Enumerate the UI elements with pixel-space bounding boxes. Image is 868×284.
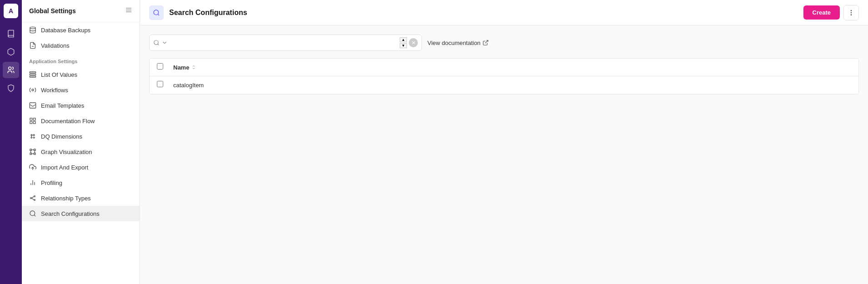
svg-point-43 bbox=[851, 12, 851, 13]
svg-rect-10 bbox=[30, 103, 35, 108]
icon-rail: A bbox=[0, 0, 22, 284]
data-table: Name catalogItem bbox=[149, 58, 859, 95]
search-bar-row: ▲ ▼ ✕ View documentation bbox=[149, 35, 859, 51]
svg-point-34 bbox=[34, 196, 35, 197]
table-row[interactable]: catalogItem bbox=[150, 76, 858, 94]
svg-line-47 bbox=[485, 40, 488, 43]
search-down-button[interactable]: ▼ bbox=[400, 43, 407, 48]
select-all-checkbox[interactable] bbox=[157, 63, 163, 70]
view-documentation-label: View documentation bbox=[427, 40, 481, 46]
svg-point-40 bbox=[154, 10, 159, 15]
svg-line-46 bbox=[158, 44, 159, 45]
search-clear-button[interactable]: ✕ bbox=[409, 38, 418, 47]
sidebar-item-graph-visualization[interactable]: Graph Visualization bbox=[22, 144, 140, 159]
sidebar: Global Settings Database Backups Validat… bbox=[22, 0, 140, 284]
svg-rect-14 bbox=[33, 121, 35, 124]
sidebar-item-relationship-types[interactable]: Relationship Types bbox=[22, 190, 140, 206]
header-icon-bg bbox=[149, 5, 164, 20]
sidebar-item-list-of-values-label: List Of Values bbox=[41, 71, 77, 78]
sidebar-item-workflows-label: Workflows bbox=[41, 87, 68, 94]
view-documentation-link[interactable]: View documentation bbox=[427, 40, 489, 46]
sidebar-item-profiling-label: Profiling bbox=[41, 179, 62, 186]
svg-point-18 bbox=[33, 137, 35, 138]
svg-rect-7 bbox=[30, 74, 35, 75]
table-col-name[interactable]: Name bbox=[173, 64, 196, 71]
table-header-row: Name bbox=[150, 59, 858, 76]
svg-point-17 bbox=[31, 137, 32, 138]
shield-icon[interactable] bbox=[3, 80, 19, 96]
sidebar-item-database-backups[interactable]: Database Backups bbox=[22, 22, 140, 38]
sidebar-menu-icon[interactable] bbox=[125, 6, 132, 15]
svg-point-33 bbox=[30, 198, 32, 199]
svg-line-36 bbox=[31, 197, 34, 198]
search-controls: ▲ ▼ bbox=[400, 37, 407, 48]
main-header: Search Configurations Create bbox=[140, 0, 868, 25]
page-title: Search Configurations bbox=[169, 9, 247, 17]
table-header-checkbox[interactable] bbox=[157, 63, 166, 71]
sidebar-item-search-configurations[interactable]: Search Configurations bbox=[22, 206, 140, 221]
svg-point-42 bbox=[851, 10, 851, 10]
sidebar-item-dq-dimensions[interactable]: DQ Dimensions bbox=[22, 129, 140, 144]
search-input[interactable] bbox=[170, 40, 398, 46]
svg-rect-11 bbox=[30, 118, 32, 120]
svg-rect-23 bbox=[30, 153, 31, 154]
sidebar-item-database-backups-label: Database Backups bbox=[41, 27, 90, 34]
sidebar-item-import-and-export[interactable]: Import And Export bbox=[22, 159, 140, 175]
sidebar-item-dq-dimensions-label: DQ Dimensions bbox=[41, 133, 82, 140]
svg-point-9 bbox=[32, 89, 34, 91]
svg-line-37 bbox=[31, 198, 34, 199]
sidebar-item-validations-label: Validations bbox=[41, 42, 70, 49]
svg-point-38 bbox=[30, 211, 35, 216]
sidebar-item-graph-visualization-label: Graph Visualization bbox=[41, 149, 92, 155]
app-logo[interactable]: A bbox=[4, 4, 18, 18]
svg-point-15 bbox=[31, 135, 32, 136]
svg-rect-21 bbox=[30, 149, 31, 150]
sidebar-header: Global Settings bbox=[22, 0, 140, 22]
table-row-checkbox[interactable] bbox=[157, 81, 166, 89]
people-icon[interactable] bbox=[3, 62, 19, 78]
svg-line-39 bbox=[34, 215, 35, 216]
svg-rect-13 bbox=[30, 121, 32, 124]
svg-point-0 bbox=[9, 67, 11, 70]
more-options-button[interactable] bbox=[843, 5, 859, 20]
svg-point-45 bbox=[154, 40, 158, 45]
svg-rect-24 bbox=[34, 153, 35, 154]
svg-rect-6 bbox=[30, 72, 35, 73]
col-name-label: Name bbox=[173, 64, 189, 71]
main-header-right: Create bbox=[803, 5, 859, 20]
create-button[interactable]: Create bbox=[803, 5, 840, 20]
sidebar-item-workflows[interactable]: Workflows bbox=[22, 82, 140, 98]
row-checkbox[interactable] bbox=[157, 81, 163, 87]
main-content: Search Configurations Create bbox=[140, 0, 868, 284]
sidebar-item-email-templates-label: Email Templates bbox=[41, 102, 84, 109]
sidebar-item-import-and-export-label: Import And Export bbox=[41, 164, 88, 171]
sidebar-section-application-settings: Application Settings bbox=[22, 53, 140, 67]
svg-rect-12 bbox=[33, 118, 35, 120]
svg-point-4 bbox=[30, 27, 35, 29]
content-area: ▲ ▼ ✕ View documentation Name bbox=[140, 25, 868, 284]
search-up-button[interactable]: ▲ bbox=[400, 37, 407, 42]
main-header-left: Search Configurations bbox=[149, 5, 247, 20]
search-dropdown-icon[interactable] bbox=[161, 40, 168, 46]
sidebar-item-search-configurations-label: Search Configurations bbox=[41, 210, 100, 217]
sidebar-item-documentation-flow[interactable]: Documentation Flow bbox=[22, 113, 140, 129]
search-input-wrap: ▲ ▼ ✕ bbox=[149, 35, 422, 51]
row-name-cell: catalogItem bbox=[173, 82, 204, 89]
book-icon[interactable] bbox=[3, 25, 19, 42]
box-icon[interactable] bbox=[3, 44, 19, 60]
sidebar-item-profiling[interactable]: Profiling bbox=[22, 175, 140, 190]
svg-line-41 bbox=[158, 14, 159, 15]
sidebar-item-documentation-flow-label: Documentation Flow bbox=[41, 118, 95, 125]
search-icon bbox=[153, 40, 160, 46]
svg-rect-8 bbox=[30, 76, 35, 77]
sidebar-item-relationship-types-label: Relationship Types bbox=[41, 195, 91, 202]
svg-rect-22 bbox=[34, 149, 35, 150]
svg-point-44 bbox=[851, 15, 851, 15]
sidebar-title: Global Settings bbox=[29, 7, 76, 15]
sidebar-item-email-templates[interactable]: Email Templates bbox=[22, 98, 140, 113]
svg-point-16 bbox=[33, 135, 35, 136]
sidebar-item-validations[interactable]: Validations bbox=[22, 38, 140, 53]
svg-point-35 bbox=[34, 199, 35, 201]
sidebar-item-list-of-values[interactable]: List Of Values bbox=[22, 67, 140, 82]
